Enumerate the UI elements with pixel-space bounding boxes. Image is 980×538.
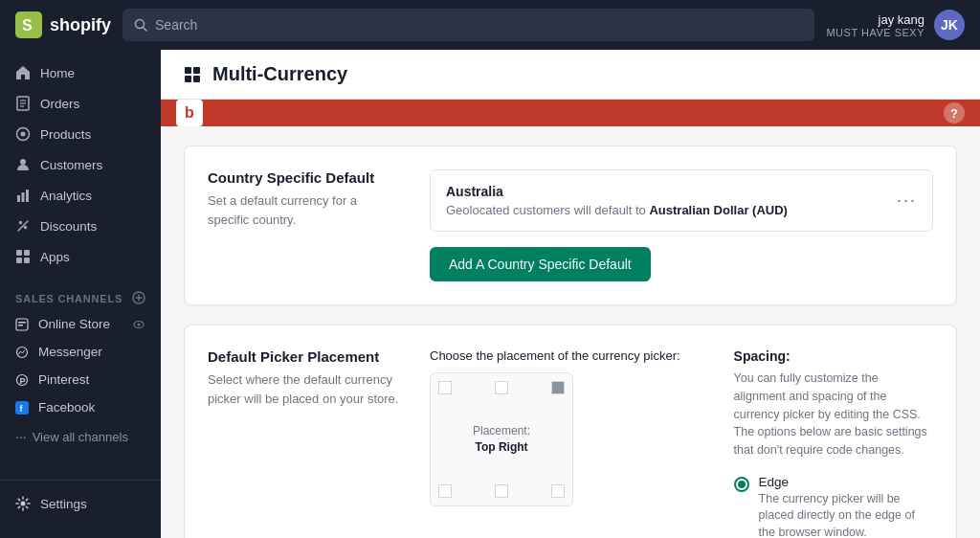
sidebar-channel-online-store[interactable]: Online Store xyxy=(0,310,161,338)
view-all-label: View all channels xyxy=(33,430,128,444)
home-icon xyxy=(15,65,31,80)
picker-placement-card: Default Picker Placement Select where th… xyxy=(184,325,957,538)
sidebar-label-home: Home xyxy=(40,66,75,80)
sidebar-item-discounts[interactable]: Discounts xyxy=(0,211,161,241)
corner-top-left[interactable] xyxy=(438,381,452,394)
svg-rect-23 xyxy=(18,325,23,326)
messenger-icon xyxy=(15,346,29,359)
corner-bottom-center[interactable] xyxy=(495,484,508,498)
corner-top-center[interactable] xyxy=(495,381,508,394)
svg-rect-15 xyxy=(24,250,30,256)
sidebar-channel-facebook[interactable]: f Facebook xyxy=(0,393,161,421)
svg-text:S: S xyxy=(22,17,33,34)
sidebar-item-apps[interactable]: Apps xyxy=(0,241,161,272)
country-row-menu[interactable]: ··· xyxy=(897,191,917,211)
picker-preview: Placement: Top Right xyxy=(430,372,573,506)
app-banner-logo: b xyxy=(176,100,203,126)
svg-text:P: P xyxy=(20,375,26,385)
svg-rect-13 xyxy=(26,190,29,202)
radio-group: Edge The currency picker will be placed … xyxy=(734,475,933,538)
sales-channels-label: SALES CHANNELS xyxy=(0,280,161,310)
sidebar-label-products: Products xyxy=(40,127,91,142)
settings-icon xyxy=(15,496,31,511)
sidebar-label-analytics: Analytics xyxy=(40,189,92,203)
banner-help-icon[interactable]: ? xyxy=(944,102,965,123)
svg-point-9 xyxy=(21,132,26,137)
picker-card-title: Default Picker Placement xyxy=(208,348,399,365)
pinterest-icon: P xyxy=(15,373,29,387)
sidebar: Home Orders xyxy=(0,50,161,538)
australia-country-row: Australia Geolocated customers will defa… xyxy=(430,169,933,232)
svg-rect-34 xyxy=(185,76,191,82)
search-icon xyxy=(134,18,147,32)
radio-edge-input[interactable] xyxy=(734,477,749,492)
online-store-label: Online Store xyxy=(38,317,110,331)
search-input[interactable] xyxy=(155,17,803,33)
radio-edge-desc: The currency picker will be placed direc… xyxy=(759,491,933,538)
sidebar-nav: Home Orders xyxy=(0,50,161,280)
svg-rect-22 xyxy=(18,322,26,324)
spacing-desc: You can fully customize the alignment an… xyxy=(734,370,933,460)
svg-rect-12 xyxy=(22,192,25,202)
user-subtitle: MUST HAVE SEXY xyxy=(826,27,924,38)
search-bar[interactable] xyxy=(122,9,814,41)
add-channel-icon[interactable] xyxy=(132,291,145,306)
sidebar-channel-pinterest[interactable]: P Pinterest xyxy=(0,366,161,393)
corner-bottom-right[interactable] xyxy=(551,484,565,498)
facebook-icon: f xyxy=(15,401,29,415)
radio-edge[interactable]: Edge The currency picker will be placed … xyxy=(734,475,933,538)
svg-point-31 xyxy=(21,502,26,506)
sidebar-item-products[interactable]: Products xyxy=(0,119,161,149)
orders-icon xyxy=(15,96,31,111)
facebook-label: Facebook xyxy=(38,400,95,415)
discounts-icon xyxy=(15,218,31,234)
sidebar-label-discounts: Discounts xyxy=(40,219,97,234)
sidebar-item-customers[interactable]: Customers xyxy=(0,149,161,180)
picker-card-description: Select where the default currency picker… xyxy=(208,370,399,408)
top-nav: S shopify jay kang MUST HAVE SEXY JK xyxy=(0,0,980,50)
spacing-section: Spacing: You can fully customize the ali… xyxy=(734,348,933,538)
avatar: JK xyxy=(934,10,965,40)
country-card-title: Country Specific Default xyxy=(208,169,399,186)
chooser-label: Choose the placement of the currency pic… xyxy=(430,348,680,363)
page-title: Multi-Currency xyxy=(212,63,347,85)
svg-rect-14 xyxy=(16,250,22,256)
country-sub: Geolocated customers will default to Aus… xyxy=(446,203,788,217)
svg-point-10 xyxy=(20,159,26,165)
spacing-title: Spacing: xyxy=(734,348,933,364)
sidebar-item-home[interactable]: Home xyxy=(0,57,161,88)
add-country-button[interactable]: Add A Country Specific Default xyxy=(430,247,651,281)
sidebar-item-orders[interactable]: Orders xyxy=(0,88,161,119)
shopify-logo-icon: S xyxy=(15,11,42,38)
radio-edge-label: Edge xyxy=(759,475,933,489)
sidebar-item-analytics[interactable]: Analytics xyxy=(0,180,161,211)
country-default-card: Country Specific Default Set a default c… xyxy=(184,146,957,305)
online-store-eye-icon[interactable] xyxy=(132,318,145,331)
cards-area: Country Specific Default Set a default c… xyxy=(161,126,980,538)
picker-chooser-area: Choose the placement of the currency pic… xyxy=(430,348,680,538)
page-header: Multi-Currency xyxy=(161,50,980,100)
shopify-logo[interactable]: S shopify xyxy=(15,11,111,38)
corner-top-right[interactable] xyxy=(551,381,565,394)
content-area: Multi-Currency b ? Country Specific Defa… xyxy=(161,50,980,538)
country-card-description: Set a default currency for a specific co… xyxy=(208,191,399,229)
country-currency: Australian Dollar (AUD) xyxy=(649,203,787,217)
sidebar-item-settings[interactable]: Settings xyxy=(0,488,161,519)
svg-rect-16 xyxy=(16,258,22,263)
messenger-label: Messenger xyxy=(38,345,102,359)
sidebar-channel-messenger[interactable]: Messenger xyxy=(0,338,161,366)
placement-label-area: Placement: Top Right xyxy=(473,423,530,456)
country-card-right: Australia Geolocated customers will defa… xyxy=(430,169,933,281)
analytics-icon xyxy=(15,188,31,203)
country-card-left: Country Specific Default Set a default c… xyxy=(208,169,399,281)
view-all-channels[interactable]: ··· View all channels xyxy=(0,421,161,452)
sidebar-label-customers: Customers xyxy=(40,158,102,172)
customers-icon xyxy=(15,157,31,172)
svg-rect-35 xyxy=(193,76,200,82)
pinterest-label: Pinterest xyxy=(38,372,89,387)
main-layout: Home Orders xyxy=(0,50,980,538)
svg-line-3 xyxy=(144,28,147,32)
app-banner: b ? xyxy=(161,100,980,126)
corner-bottom-left[interactable] xyxy=(438,484,452,498)
svg-rect-32 xyxy=(185,67,191,74)
